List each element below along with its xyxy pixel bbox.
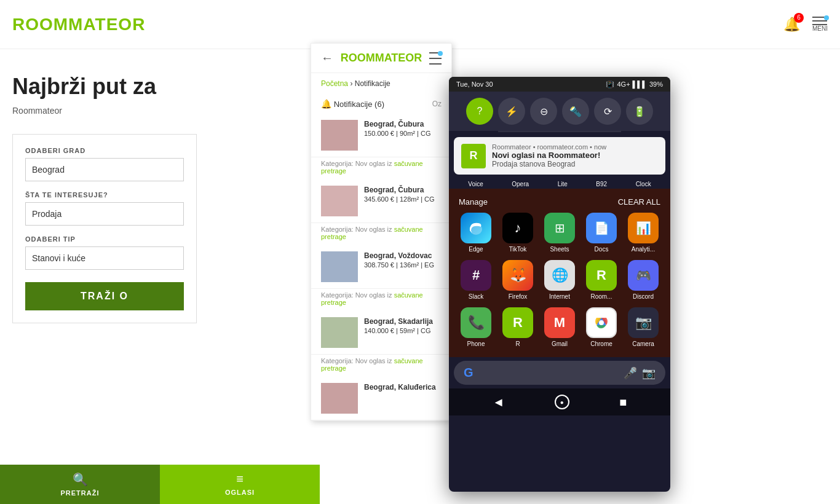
app-labels-row: Voice Opera Lite B92 Clock xyxy=(449,179,670,189)
qs-unknown-btn[interactable]: ? xyxy=(466,98,493,125)
search-icon: 🔍 xyxy=(7,472,153,487)
app-camera[interactable]: 📷 Camera xyxy=(625,307,662,347)
notif-thumbnail xyxy=(321,120,358,151)
notification-list-item[interactable]: Beograd, Kaluđerica xyxy=(311,377,451,420)
app-sheets[interactable]: ⊞ Sheets xyxy=(541,213,578,253)
notif-item-price: 140.000 € | 59m² | CG xyxy=(364,327,442,334)
qs-flashlight-btn[interactable]: 🔦 xyxy=(562,98,589,125)
app-label-voice: Voice xyxy=(468,181,483,187)
phone-search-bar[interactable]: G 🎤 📷 xyxy=(454,361,665,385)
gmail-icon: M xyxy=(544,307,575,338)
app-label-b92: B92 xyxy=(596,181,607,187)
app-tiktok[interactable]: ♪ TikTok xyxy=(499,213,536,253)
app-discord[interactable]: 🎮 Discord xyxy=(625,260,662,300)
home-nav-button[interactable]: ● xyxy=(555,395,569,409)
nav-pretrazi-label: PRETRAŽI xyxy=(7,489,153,497)
qs-battery-saver-btn[interactable]: 🔋 xyxy=(626,98,653,125)
slack-label: Slack xyxy=(469,293,483,300)
notification-card[interactable]: R Roommateor • roommateor.com • now Novi… xyxy=(454,137,665,175)
phone-nav-bar: ◄ ● ■ xyxy=(449,388,670,415)
nav-oglasi-label: OGLASI xyxy=(167,489,312,496)
notification-bell[interactable]: 🔔 6 xyxy=(783,17,800,33)
notification-list-item[interactable]: Beograd, Voždovac 308.750 € | 136m² | EG… xyxy=(311,245,451,311)
app-chrome[interactable]: Chrome xyxy=(583,307,620,347)
phone-date: Tue, Nov 30 xyxy=(456,81,493,88)
analytics-icon: 📊 xyxy=(628,213,659,243)
app-analytics[interactable]: 📊 Analyti... xyxy=(625,213,662,253)
sheets-label: Sheets xyxy=(550,246,569,253)
app-phone[interactable]: 📞 Phone xyxy=(458,307,494,347)
manage-label[interactable]: Manage xyxy=(459,197,488,207)
saved-search-link[interactable]: sačuvane pretrage xyxy=(321,357,423,372)
notification-list-item[interactable]: Beograd, Skadarlija 140.000 € | 59m² | C… xyxy=(311,311,451,377)
header-icons: 🔔 6 MENI xyxy=(783,17,828,33)
app-internet[interactable]: 🌐 Internet xyxy=(541,260,578,300)
nav-oglasi[interactable]: ≡ OGLASI xyxy=(160,465,320,504)
app-label-opera: Opera xyxy=(512,181,529,187)
notif-item-title: Beograd, Skadarlija xyxy=(364,317,442,326)
question-icon: ? xyxy=(477,106,483,117)
app-r[interactable]: R R xyxy=(499,307,536,347)
phone-icon: 📞 xyxy=(461,307,491,338)
notif-section-title-text: Notifikacije (6) xyxy=(334,100,384,109)
chrome-icon xyxy=(586,307,617,338)
bluetooth-icon: ⚡ xyxy=(505,106,518,117)
city-input[interactable] xyxy=(25,158,184,181)
notif-card-title: Novi oglasi na Roommateor! xyxy=(492,151,658,160)
qs-rotation-btn[interactable]: ⟳ xyxy=(594,98,621,125)
back-nav-button[interactable]: ◄ xyxy=(493,395,505,409)
tiktok-icon: ♪ xyxy=(502,213,533,243)
app-docs[interactable]: 📄 Docs xyxy=(583,213,620,253)
qs-dnd-btn[interactable]: ⊖ xyxy=(530,98,557,125)
saved-search-link[interactable]: sačuvane pretrage xyxy=(321,226,423,240)
notif-thumbnail xyxy=(321,186,358,216)
google-g-icon: G xyxy=(464,366,473,380)
type-input[interactable] xyxy=(25,246,184,270)
docs-icon: 📄 xyxy=(586,213,617,243)
list-icon: ≡ xyxy=(167,472,312,486)
qs-bluetooth-btn[interactable]: ⚡ xyxy=(498,98,525,125)
interest-label: ŠTA TE INTERESUJE? xyxy=(25,191,184,199)
menu-line xyxy=(812,20,827,22)
app-slack[interactable]: # Slack xyxy=(458,260,494,300)
bell-small-icon: 🔔 xyxy=(321,99,331,109)
edge-icon xyxy=(461,213,491,243)
battery-icon: 🔋 xyxy=(633,106,646,117)
search-button[interactable]: TRAŽI O xyxy=(25,282,184,310)
analytics-label: Analyti... xyxy=(632,246,655,253)
interest-input[interactable] xyxy=(25,202,184,226)
notif-item-title: Beograd, Čubura xyxy=(364,186,442,194)
recent-nav-button[interactable]: ■ xyxy=(619,395,627,409)
camera-icon: 📷 xyxy=(628,307,659,338)
edge-label: Edge xyxy=(469,246,483,253)
notif-item-category: Kategorija: Nov oglas iz sačuvane pretra… xyxy=(311,355,451,377)
notif-menu-wrapper xyxy=(429,52,442,65)
roommateor-label: Room... xyxy=(590,293,612,300)
notification-list-item[interactable]: Beograd, Čubura 345.600 € | 128m² | CG K… xyxy=(311,179,451,245)
signal-bars-icon: ▌▌▌ xyxy=(633,81,647,88)
notification-list-item[interactable]: Beograd, Čubura 150.000 € | 90m² | CG Ka… xyxy=(311,114,451,179)
nav-pretrazi[interactable]: 🔍 PRETRAŽI xyxy=(0,465,160,504)
app-label-lite: Lite xyxy=(558,181,568,187)
notif-item-price: 150.000 € | 90m² | CG xyxy=(364,130,442,137)
app-row-1: Edge ♪ TikTok ⊞ Sheets 📄 Docs xyxy=(449,209,670,256)
saved-search-link[interactable]: sačuvane pretrage xyxy=(321,160,423,175)
back-button[interactable]: ← xyxy=(321,51,333,65)
clear-all-button[interactable]: CLEAR ALL xyxy=(618,197,660,207)
notif-item-title: Beograd, Čubura xyxy=(364,120,442,128)
camera-search-icon[interactable]: 📷 xyxy=(642,366,656,380)
mic-icon[interactable]: 🎤 xyxy=(624,366,637,380)
breadcrumb-home[interactable]: Početna xyxy=(321,79,348,88)
vibrate-icon: 📳 xyxy=(606,81,614,89)
app-gmail[interactable]: M Gmail xyxy=(541,307,578,347)
notification-list: Beograd, Čubura 150.000 € | 90m² | CG Ka… xyxy=(311,114,451,420)
app-grid-header: Manage CLEAR ALL xyxy=(449,195,670,209)
app-roommateor[interactable]: R Room... xyxy=(583,260,620,300)
app-edge[interactable]: Edge xyxy=(458,213,494,253)
app-row-3: 📞 Phone R R M Gmail xyxy=(449,304,670,351)
app-firefox[interactable]: 🦊 Firefox xyxy=(499,260,536,300)
qs-divider xyxy=(498,131,621,132)
saved-search-link[interactable]: sačuvane pretrage xyxy=(321,291,423,306)
chrome-label: Chrome xyxy=(590,341,612,347)
notif-section-header: 🔔 Notifikacije (6) Oz xyxy=(311,94,451,114)
